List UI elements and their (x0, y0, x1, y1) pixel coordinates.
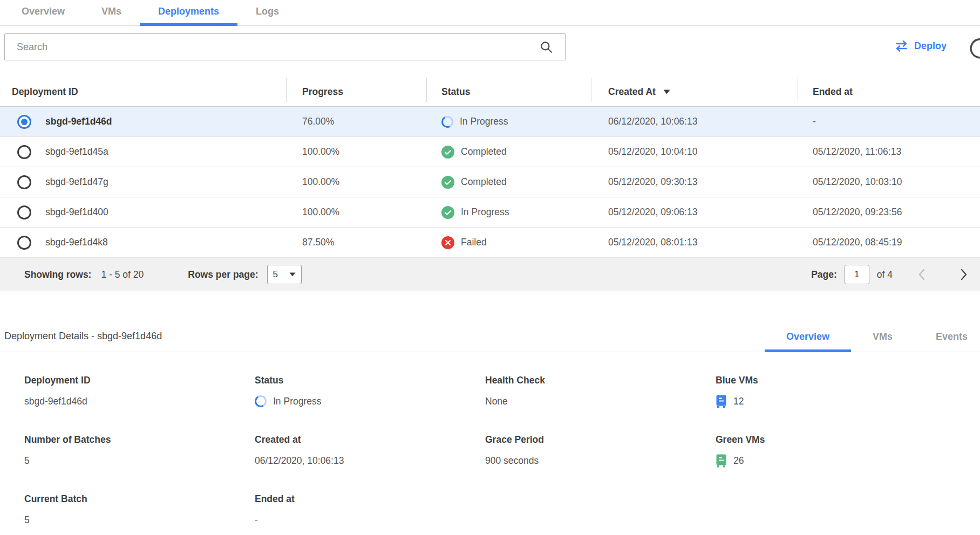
field-label: Current Batch (24, 493, 255, 505)
created-at-value: 05/12/2020, 09:06:13 (591, 207, 798, 218)
details-tab-overview[interactable]: Overview (765, 331, 851, 352)
column-header-status[interactable]: Status (426, 86, 591, 106)
table-header: Deployment ID Progress Status Created At… (0, 68, 980, 107)
field-value: 5 (24, 513, 255, 526)
field-value: In Progress (273, 396, 321, 407)
table-row[interactable]: sbgd-9ef1d47g 100.00% Completed 05/12/20… (0, 167, 980, 197)
failed-x-icon (441, 236, 454, 249)
field-label: Created at (255, 434, 485, 445)
row-radio[interactable] (17, 236, 31, 250)
column-label: Progress (302, 86, 343, 98)
column-label: Created At (608, 86, 656, 98)
tab-vms-label: VMs (101, 6, 121, 17)
progress-value: 100.00% (286, 146, 426, 157)
status-text: In Progress (460, 116, 508, 127)
field-label: Ended at (255, 493, 485, 505)
field-label: Status (255, 375, 485, 386)
column-header-created-at[interactable]: Created At (591, 86, 798, 106)
tab-deployments-label: Deployments (158, 6, 219, 17)
progress-value: 100.00% (286, 176, 426, 188)
progress-value: 100.00% (286, 207, 426, 218)
details-tabs: Overview VMs Events (765, 331, 980, 352)
field-value: 06/12/2020, 10:06:13 (255, 454, 485, 467)
tab-logs[interactable]: Logs (237, 0, 297, 26)
table-row[interactable]: sbgd-9ef1d4k8 87.50% Failed 05/12/2020, … (0, 228, 980, 258)
page-total: of 4 (877, 269, 893, 280)
details-tab-vms[interactable]: VMs (851, 331, 914, 352)
details-tab-label: Overview (786, 331, 829, 342)
sort-desc-icon[interactable] (663, 90, 670, 94)
field-current-batch: Current Batch 5 (24, 493, 255, 526)
deployment-id: sbgd-9ef1d400 (45, 207, 108, 218)
column-label: Ended at (813, 86, 853, 98)
column-header-deployment-id[interactable]: Deployment ID (0, 86, 286, 106)
progress-value: 76.00% (286, 116, 426, 127)
details-tab-label: Events (936, 331, 968, 342)
search-icon[interactable] (539, 40, 553, 54)
page-input[interactable] (845, 265, 869, 284)
progress-value: 87.50% (286, 237, 426, 248)
ended-at-value: - (798, 116, 980, 127)
deployment-id: sbgd-9ef1d46d (45, 116, 112, 127)
deploy-button[interactable]: Deploy (895, 40, 947, 52)
showing-rows-value: 1 - 5 of 20 (101, 269, 144, 280)
showing-rows-label: Showing rows: (24, 269, 91, 280)
field-label: Green VMs (716, 434, 946, 445)
tab-vms[interactable]: VMs (83, 0, 140, 26)
table-row[interactable]: sbgd-9ef1d400 100.00% In Progress 05/12/… (0, 197, 980, 228)
ended-at-value: 05/12/2020, 08:45:19 (798, 237, 980, 248)
page-label: Page: (811, 269, 837, 280)
tab-deployments[interactable]: Deployments (140, 0, 237, 26)
field-health-check: Health Check None (485, 375, 716, 408)
deploy-button-label: Deploy (914, 40, 947, 52)
column-header-progress[interactable]: Progress (286, 86, 426, 106)
table-row[interactable]: sbgd-9ef1d45a 100.00% Completed 05/12/20… (0, 137, 980, 167)
previous-page-button[interactable] (917, 268, 926, 281)
field-ended-at: Ended at - (255, 493, 485, 526)
toolbar: Deploy (0, 33, 980, 68)
status-text: Failed (461, 237, 487, 248)
created-at-value: 05/12/2020, 10:04:10 (591, 146, 798, 157)
refresh-icon[interactable] (968, 36, 980, 59)
swap-arrows-icon (895, 40, 908, 52)
field-label: Number of Batches (24, 434, 255, 445)
server-icon-blue (716, 395, 727, 408)
row-radio[interactable] (17, 175, 31, 189)
tab-overview[interactable]: Overview (3, 0, 83, 26)
details-grid: Deployment ID sbgd-9ef1d46d Status In Pr… (0, 375, 980, 526)
status-text: Completed (461, 146, 507, 157)
field-value: sbgd-9ef1d46d (24, 395, 255, 408)
column-header-ended-at[interactable]: Ended at (798, 86, 980, 106)
field-value: 12 (733, 396, 744, 407)
field-value: - (255, 513, 485, 526)
field-green-vms: Green VMs 26 (716, 434, 946, 468)
row-radio[interactable] (17, 145, 31, 159)
column-label: Status (441, 86, 470, 98)
created-at-value: 05/12/2020, 08:01:13 (591, 237, 798, 248)
field-value: 26 (733, 455, 744, 467)
deployments-page: Overview VMs Deployments Logs Deploy Dep… (0, 0, 980, 535)
field-created-at: Created at 06/12/2020, 10:06:13 (255, 434, 485, 468)
in-progress-spinner-icon (440, 114, 455, 129)
ended-at-value: 05/12/2020, 09:23:56 (798, 207, 980, 218)
rows-per-page-select[interactable]: 5 (267, 265, 302, 284)
server-icon-green (716, 454, 727, 468)
tab-overview-label: Overview (22, 6, 65, 17)
completed-check-icon (441, 206, 454, 219)
ended-at-value: 05/12/2020, 10:03:10 (798, 176, 980, 188)
field-deployment-id: Deployment ID sbgd-9ef1d46d (24, 375, 255, 408)
tab-logs-label: Logs (256, 6, 279, 17)
chevron-down-icon (289, 272, 296, 277)
table-row[interactable]: sbgd-9ef1d46d 76.00% In Progress 06/12/2… (0, 107, 980, 137)
field-label: Deployment ID (24, 375, 255, 386)
details-tab-events[interactable]: Events (914, 331, 980, 352)
ended-at-value: 05/12/2020, 11:06:13 (798, 146, 980, 157)
field-label: Grace Period (485, 434, 716, 445)
next-page-button[interactable] (959, 268, 968, 281)
search-input[interactable] (5, 42, 539, 53)
created-at-value: 05/12/2020, 09:30:13 (591, 176, 798, 188)
row-radio[interactable] (17, 205, 31, 220)
details-header: Deployment Details - sbgd-9ef1d46d Overv… (0, 313, 980, 352)
row-radio[interactable] (17, 115, 31, 129)
created-at-value: 06/12/2020, 10:06:13 (591, 116, 798, 127)
